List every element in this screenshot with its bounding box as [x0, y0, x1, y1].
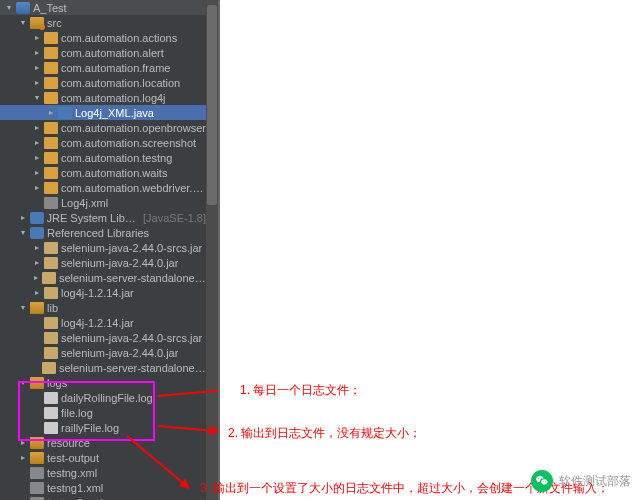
lib-icon — [30, 227, 44, 239]
tree-item-label: testng2.xml — [47, 497, 103, 501]
tree-item[interactable]: ▸selenium-java-2.44.0.jar — [0, 345, 218, 360]
chevron-right-icon[interactable]: ▸ — [32, 273, 40, 283]
file-icon — [44, 422, 58, 434]
tree-item-label: A_Test — [33, 2, 67, 14]
src-icon — [30, 17, 44, 29]
folder-icon — [30, 452, 44, 464]
folder-icon — [30, 302, 44, 314]
pkg-icon — [44, 32, 58, 44]
tree-item[interactable]: ▸log4j-1.2.14.jar — [0, 285, 218, 300]
lib-icon — [30, 212, 44, 224]
tree-item[interactable]: ▸file.log — [0, 405, 218, 420]
file-icon — [44, 407, 58, 419]
tree-item-label: com.automation.openbrowser — [61, 122, 206, 134]
tree-item[interactable]: ▸selenium-server-standalone-2.44.0.jar — [0, 270, 218, 285]
xml-icon — [30, 482, 44, 494]
chevron-down-icon[interactable]: ▾ — [4, 3, 14, 13]
chevron-down-icon[interactable]: ▾ — [18, 228, 28, 238]
chevron-right-icon[interactable]: ▸ — [32, 63, 42, 73]
watermark-text: 软件测试部落 — [559, 473, 631, 490]
tree-item[interactable]: ▸testng2.xml — [0, 495, 218, 500]
tree-item[interactable]: ▸selenium-server-standalone-2.44.0.jar — [0, 360, 218, 375]
tree-item[interactable]: ▸com.automation.testng — [0, 150, 218, 165]
tree-item[interactable]: ▸selenium-java-2.44.0-srcs.jar — [0, 240, 218, 255]
tree-item-label: dailyRollingFile.log — [61, 392, 153, 404]
tree-item-label: com.automation.screenshot — [61, 137, 196, 149]
tree-item[interactable]: ▸resource — [0, 435, 218, 450]
jar-icon — [44, 332, 58, 344]
pkg-icon — [44, 77, 58, 89]
tree-item-label: com.automation.waits — [61, 167, 167, 179]
tree-item-label: selenium-java-2.44.0.jar — [61, 347, 178, 359]
tree-item[interactable]: ▾Referenced Libraries — [0, 225, 218, 240]
tree-item-label: raillyFile.log — [61, 422, 119, 434]
chevron-right-icon[interactable]: ▸ — [18, 453, 28, 463]
chevron-right-icon[interactable]: ▸ — [32, 153, 42, 163]
chevron-down-icon[interactable]: ▾ — [18, 378, 28, 388]
tree-item-label: src — [47, 17, 62, 29]
tree-item-label: test-output — [47, 452, 99, 464]
tree-item[interactable]: ▸selenium-java-2.44.0-srcs.jar — [0, 330, 218, 345]
tree-item[interactable]: ▸com.automation.waits — [0, 165, 218, 180]
chevron-down-icon[interactable]: ▾ — [18, 18, 28, 28]
annotation-2: 2. 输出到日志文件，没有规定大小； — [228, 425, 421, 442]
pkg-icon — [44, 62, 58, 74]
chevron-right-icon[interactable]: ▸ — [32, 138, 42, 148]
tree-item-label: Log4j_XML.java — [75, 107, 154, 119]
jar-icon — [44, 242, 58, 254]
tree-item[interactable]: ▾src — [0, 15, 218, 30]
project-explorer[interactable]: ▾A_Test▾src▸com.automation.actions▸com.a… — [0, 0, 220, 500]
pkg-icon — [44, 122, 58, 134]
tree-item[interactable]: ▸com.automation.webdriver.api — [0, 180, 218, 195]
tree-item[interactable]: ▸log4j-1.2.14.jar — [0, 315, 218, 330]
chevron-right-icon[interactable]: ▸ — [18, 438, 28, 448]
jar-icon — [44, 257, 58, 269]
annotation-1: 1. 每日一个日志文件； — [240, 382, 361, 399]
chevron-right-icon[interactable]: ▸ — [32, 123, 42, 133]
pkg-icon — [44, 152, 58, 164]
pkg-icon — [44, 47, 58, 59]
tree-item[interactable]: ▸com.automation.location — [0, 75, 218, 90]
tree-item[interactable]: ▾logs — [0, 375, 218, 390]
chevron-right-icon[interactable]: ▸ — [32, 168, 42, 178]
tree-item-suffix: [JavaSE-1.8] — [143, 212, 206, 224]
chevron-right-icon[interactable]: ▸ — [18, 213, 28, 223]
tree-item-label: Log4j.xml — [61, 197, 108, 209]
tree-item[interactable]: ▸com.automation.screenshot — [0, 135, 218, 150]
chevron-right-icon[interactable]: ▸ — [32, 33, 42, 43]
annotation-panel: 1. 每日一个日志文件； 2. 输出到日志文件，没有规定大小； 3. 输出到一个… — [220, 0, 639, 500]
wechat-icon — [531, 470, 553, 492]
watermark: 软件测试部落 — [531, 470, 631, 492]
tree-item[interactable]: ▸Log4j.xml — [0, 195, 218, 210]
chevron-right-icon[interactable]: ▸ — [32, 183, 42, 193]
tree-item-label: com.automation.log4j — [61, 92, 166, 104]
jar-icon — [44, 287, 58, 299]
tree-item-label: lib — [47, 302, 58, 314]
tree-item-label: com.automation.location — [61, 77, 180, 89]
tree-item[interactable]: ▸com.automation.alert — [0, 45, 218, 60]
tree-item[interactable]: ▸com.automation.openbrowser — [0, 120, 218, 135]
tree-item[interactable]: ▸JRE System Library[JavaSE-1.8] — [0, 210, 218, 225]
chevron-right-icon[interactable]: ▸ — [32, 288, 42, 298]
chevron-down-icon[interactable]: ▾ — [18, 303, 28, 313]
chevron-right-icon[interactable]: ▸ — [32, 258, 42, 268]
pkg-icon — [44, 92, 58, 104]
pkg-icon — [44, 137, 58, 149]
tree-item-label: testng.xml — [47, 467, 97, 479]
tree-item[interactable]: ▸test-output — [0, 450, 218, 465]
jar-icon — [44, 347, 58, 359]
chevron-right-icon[interactable]: ▸ — [46, 108, 56, 118]
tree-item[interactable]: ▸com.automation.actions — [0, 30, 218, 45]
tree-item[interactable]: ▾com.automation.log4j — [0, 90, 218, 105]
tree-item[interactable]: ▾A_Test — [0, 0, 218, 15]
chevron-down-icon[interactable]: ▾ — [32, 93, 42, 103]
tree-item[interactable]: ▾lib — [0, 300, 218, 315]
chevron-right-icon[interactable]: ▸ — [32, 243, 42, 253]
tree-item-label: com.automation.alert — [61, 47, 164, 59]
chevron-right-icon[interactable]: ▸ — [32, 48, 42, 58]
tree-item[interactable]: ▸selenium-java-2.44.0.jar — [0, 255, 218, 270]
tree-item-label: log4j-1.2.14.jar — [61, 287, 134, 299]
chevron-right-icon[interactable]: ▸ — [32, 78, 42, 88]
tree-item[interactable]: ▸Log4j_XML.java — [0, 105, 218, 120]
tree-item[interactable]: ▸com.automation.frame — [0, 60, 218, 75]
